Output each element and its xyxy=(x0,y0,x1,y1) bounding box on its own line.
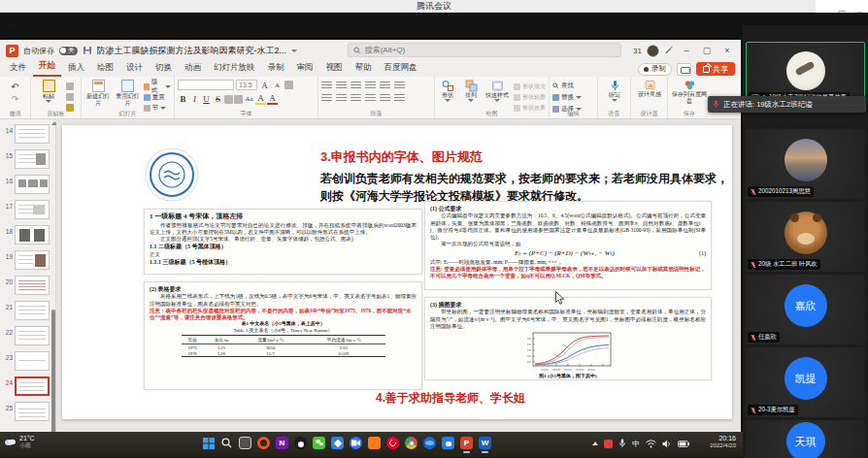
smartart-icon[interactable] xyxy=(394,94,405,103)
copy-icon[interactable] xyxy=(66,93,74,101)
collaborator-count[interactable]: 31 xyxy=(633,47,642,55)
participant-tile[interactable]: 天琪 魏天琪 xyxy=(746,420,865,458)
opera-icon[interactable] xyxy=(257,437,270,449)
text-direction-icon[interactable] xyxy=(394,82,405,90)
tab-file[interactable]: 文件 xyxy=(4,60,32,77)
search-box[interactable] xyxy=(348,43,621,57)
tray-mic-icon[interactable] xyxy=(618,439,626,448)
taskbar-weather-widget[interactable]: 21°C 小雨 xyxy=(4,435,35,449)
dictate-button[interactable]: 听写 xyxy=(601,80,628,102)
tab-view[interactable]: 视图 xyxy=(320,60,349,77)
align-center-icon[interactable] xyxy=(336,94,347,103)
replace-button[interactable]: 替换 xyxy=(552,92,594,102)
slide-thumbnail-14[interactable] xyxy=(15,124,50,144)
italic-button[interactable]: I xyxy=(189,94,200,104)
tray-recording-icon[interactable] xyxy=(604,440,613,448)
reuse-slides-button[interactable]: 重用幻灯片 xyxy=(114,80,141,106)
share-button[interactable]: 共享 xyxy=(696,62,735,76)
increase-indent-icon[interactable] xyxy=(365,82,376,90)
ppt-maximize-icon[interactable]: ▢ xyxy=(699,40,715,61)
decrease-indent-icon[interactable] xyxy=(351,82,361,90)
cut-icon[interactable] xyxy=(66,82,74,90)
slide-thumbnail-24-selected[interactable] xyxy=(15,376,50,396)
text-shadow-icon[interactable] xyxy=(224,95,233,104)
tab-baidu-pan[interactable]: 百度网盘 xyxy=(379,60,423,77)
university-logo-icon[interactable] xyxy=(144,147,200,203)
change-case-icon[interactable]: Aa xyxy=(244,95,254,103)
participant-tile[interactable]: 嘉欣 任嘉欣 xyxy=(746,275,865,344)
pen-icon[interactable] xyxy=(664,46,674,55)
shape-outline-button[interactable]: 形状轮廓 xyxy=(522,93,546,102)
ime-indicator[interactable]: 中 xyxy=(632,439,640,449)
search-input[interactable] xyxy=(365,46,616,54)
paste-button[interactable]: 粘贴 xyxy=(34,80,63,103)
highlight-color-icon[interactable]: A xyxy=(255,93,266,105)
tab-transitions[interactable]: 切换 xyxy=(150,60,178,77)
reset-button[interactable]: 重置 xyxy=(144,92,171,102)
justify-icon[interactable] xyxy=(365,94,376,103)
chrome-icon[interactable] xyxy=(405,437,417,449)
slide-thumbnail-18[interactable] xyxy=(15,225,50,245)
slide-thumbnail-17[interactable] xyxy=(15,200,50,219)
shapes-button[interactable]: 形状 xyxy=(438,80,457,102)
slide-thumbnail-15[interactable] xyxy=(15,149,50,169)
tab-slideshow[interactable]: 幻灯片放映 xyxy=(208,60,261,77)
slide-thumbnail-23[interactable] xyxy=(15,351,50,371)
char-spacing-icon[interactable] xyxy=(234,95,243,104)
account-avatar[interactable] xyxy=(647,45,659,57)
shrink-font-icon[interactable]: A xyxy=(272,82,283,89)
tab-review[interactable]: 审阅 xyxy=(291,60,319,77)
baidu-pan-icon[interactable] xyxy=(442,437,454,449)
tab-insert[interactable]: 插入 xyxy=(62,60,90,77)
tab-help[interactable]: 帮助 xyxy=(350,60,378,77)
design-ideas-button[interactable]: 设计灵感 xyxy=(634,80,665,98)
new-slide-button[interactable]: 新建幻灯片 xyxy=(84,80,112,106)
redo-icon[interactable]: ↷ xyxy=(12,94,19,104)
slide-intro-text[interactable]: 若创训负责老师有发相关的规范要求，按老师的要求来；若老师没用具体要求，则按《河海… xyxy=(320,170,728,205)
qq-icon[interactable] xyxy=(294,437,307,449)
bold-button[interactable]: B xyxy=(178,94,188,104)
doc-screenshot-right[interactable]: (1) 公式要求 公式编辑器中设定文内主要参数方法为：10.5、6、4.5(wo… xyxy=(424,201,712,380)
word-taskbar-icon[interactable]: W xyxy=(479,437,491,449)
onenote-icon[interactable]: N xyxy=(276,437,288,449)
slide-thumbnail-21[interactable] xyxy=(15,301,50,320)
layout-button[interactable]: 版式 xyxy=(144,82,171,91)
slide-24[interactable]: 3.申报书内的字体、图片规范 若创训负责老师有发相关的规范要求，按老师的要求来；… xyxy=(62,125,732,419)
powerpoint-taskbar-icon[interactable]: P xyxy=(460,437,473,449)
participant-tile[interactable]: 2002010213周思慧 xyxy=(746,129,865,199)
grow-font-icon[interactable]: A xyxy=(259,81,270,90)
ppt-close-icon[interactable]: × xyxy=(719,40,735,61)
slide-footer-heading[interactable]: 4.善于求助指导老师、学长姐 xyxy=(208,390,693,407)
find-button[interactable]: 查找 xyxy=(552,81,594,90)
tray-expand-icon[interactable] xyxy=(592,442,598,445)
wifi-icon[interactable] xyxy=(646,440,656,448)
task-view-icon[interactable] xyxy=(239,437,251,449)
slide-thumbnail-19[interactable] xyxy=(15,250,50,270)
save-to-baidu-button[interactable]: 保存到百度网盘 xyxy=(671,80,708,104)
doc-screenshot-left[interactable]: 1 一级标题 4 号宋体，顶格左排 作者按照模板格式与论文书写要求对自己的论文进… xyxy=(144,209,422,390)
tab-home[interactable]: 开始 xyxy=(33,58,61,77)
participant-tile[interactable]: 凯提 20-3麦尔凯提 xyxy=(746,347,865,417)
undo-icon[interactable]: ↶ xyxy=(11,82,18,92)
qq-browser-icon[interactable] xyxy=(423,437,436,449)
slide-thumbnail-22[interactable] xyxy=(15,326,50,345)
strikethrough-button[interactable]: S xyxy=(213,94,223,104)
slide-thumbnail-25[interactable] xyxy=(15,402,50,421)
slide-section-heading[interactable]: 3.申报书内的字体、图片规范 xyxy=(320,148,483,166)
participant-tile[interactable]: 20级 水工二班 叶风欢 xyxy=(746,202,865,272)
bullets-icon[interactable] xyxy=(321,82,332,90)
windows-start-icon[interactable] xyxy=(202,437,215,449)
numbering-icon[interactable] xyxy=(336,82,347,90)
record-button[interactable]: 录制 xyxy=(638,63,672,76)
underline-button[interactable]: U xyxy=(201,94,212,104)
tab-animations[interactable]: 动画 xyxy=(179,60,207,77)
photos-icon[interactable] xyxy=(331,437,344,449)
slide-thumbnail-20[interactable] xyxy=(15,276,50,295)
font-name-combo[interactable] xyxy=(178,80,234,90)
wechat-icon[interactable] xyxy=(313,437,325,449)
title-dropdown-icon[interactable] xyxy=(291,49,297,52)
thumbnail-scrollbar[interactable] xyxy=(51,310,55,445)
font-size-combo[interactable]: 13.5 xyxy=(236,80,257,90)
taskbar-search-icon[interactable] xyxy=(220,437,233,449)
tab-draw[interactable]: 绘图 xyxy=(91,60,119,77)
